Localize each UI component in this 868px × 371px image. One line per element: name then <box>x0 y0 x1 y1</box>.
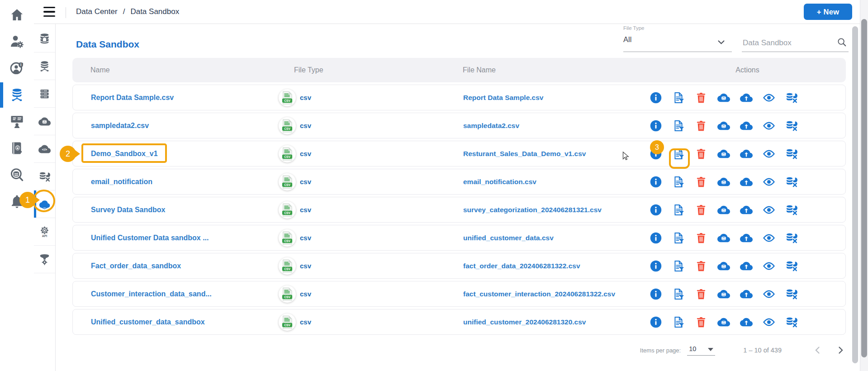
home-icon[interactable] <box>0 7 34 23</box>
row-file-name-link[interactable]: email_notification.csv <box>460 178 650 186</box>
preview-icon[interactable] <box>763 288 775 300</box>
row-name-link[interactable]: Fact_order_data_sandbox <box>73 262 279 270</box>
row-file-name-link[interactable]: survey_categorization_202406281321.csv <box>460 206 650 214</box>
user-privacy-icon[interactable] <box>0 61 34 76</box>
cloud-database-icon[interactable] <box>717 204 730 216</box>
data-sync-remove-icon[interactable] <box>785 288 798 300</box>
row-name-link[interactable]: Unified Customer Data sandbox ... <box>73 234 279 242</box>
file-filter-icon[interactable] <box>672 232 685 244</box>
table-scrollbar[interactable] <box>852 26 858 363</box>
preview-icon[interactable] <box>763 176 775 188</box>
row-name-link[interactable]: email_notification <box>73 178 279 186</box>
cloud-data-code-icon[interactable] <box>34 135 55 163</box>
delete-icon[interactable] <box>695 316 707 328</box>
row-name-link[interactable]: sampledata2.csv <box>73 122 279 130</box>
file-filter-icon[interactable] <box>672 288 685 300</box>
database-connections-icon[interactable] <box>34 52 55 80</box>
row-file-name-link[interactable]: fact_customer_interaction_202406281322.c… <box>460 290 650 298</box>
cloud-database-icon[interactable] <box>717 316 730 328</box>
training-board-icon[interactable] <box>0 114 34 129</box>
row-name-link[interactable]: Report Data Sample.csv <box>73 94 279 102</box>
preview-icon[interactable] <box>763 204 775 216</box>
row-file-name-link[interactable]: Report Data Sample.csv <box>460 94 650 102</box>
search-input[interactable] <box>742 38 834 48</box>
cloud-database-icon[interactable] <box>34 108 55 135</box>
data-sync-remove-icon[interactable] <box>785 147 798 160</box>
table-row[interactable]: Customer_interaction_data_sand... csv fa… <box>72 281 846 307</box>
file-filter-icon[interactable] <box>672 91 685 104</box>
table-row[interactable]: sampledata2.csv csv sampledata2.csv <box>72 113 846 138</box>
cloud-upload-icon[interactable] <box>740 91 753 104</box>
row-file-name-link[interactable]: unified_customer_202406281320.csv <box>460 318 650 326</box>
data-sync-remove-icon[interactable] <box>785 204 798 216</box>
cloud-upload-icon[interactable] <box>740 176 753 188</box>
table-row[interactable]: email_notification csv email_notificatio… <box>72 169 846 195</box>
cloud-database-icon[interactable] <box>717 176 730 188</box>
delete-icon[interactable] <box>695 176 707 188</box>
data-sync-remove-icon[interactable] <box>785 316 798 328</box>
file-filter-icon[interactable] <box>672 260 685 272</box>
cloud-upload-icon[interactable] <box>740 260 753 272</box>
delete-icon[interactable] <box>695 288 707 300</box>
preview-icon[interactable] <box>763 91 775 104</box>
info-icon[interactable] <box>650 288 662 300</box>
next-page-button[interactable] <box>835 345 846 356</box>
table-row[interactable]: Survey Data Sandbox csv survey_categoriz… <box>72 197 846 223</box>
file-filter-icon[interactable] <box>672 204 685 216</box>
info-icon[interactable] <box>650 260 662 272</box>
delete-icon[interactable] <box>695 147 707 160</box>
row-name-link[interactable]: Customer_interaction_data_sand... <box>73 290 279 298</box>
database-network-icon[interactable] <box>0 87 34 103</box>
new-button[interactable]: + New <box>804 4 852 20</box>
preview-icon[interactable] <box>763 147 775 160</box>
cloud-database-icon[interactable] <box>717 91 730 104</box>
info-icon[interactable] <box>650 176 662 188</box>
row-name-link[interactable]: Unified_customer_data_sandbox <box>73 318 279 326</box>
search-icon[interactable] <box>837 37 847 47</box>
table-row[interactable]: Demo_Sandbox_v1 csv Resturant_Sales_Data… <box>72 141 846 166</box>
delete-icon[interactable] <box>695 232 707 244</box>
data-sync-remove-icon[interactable] <box>785 91 798 104</box>
file-filter-icon[interactable] <box>672 176 685 188</box>
cloud-upload-icon[interactable] <box>740 232 753 244</box>
items-per-page-select[interactable]: 10 <box>687 345 715 356</box>
cloud-database-icon[interactable] <box>717 260 730 272</box>
row-file-name-link[interactable]: fact_order_data_202406281322.csv <box>460 262 650 270</box>
data-sync-remove-icon[interactable] <box>785 232 798 244</box>
cloud-upload-icon[interactable] <box>740 288 753 300</box>
row-file-name-link[interactable]: unified_customer_data.csv <box>460 234 650 242</box>
table-row[interactable]: Fact_order_data_sandbox csv fact_order_d… <box>72 253 846 279</box>
cloud-upload-icon[interactable] <box>740 147 753 160</box>
preview-icon[interactable] <box>763 119 775 132</box>
database-search-icon[interactable] <box>0 167 34 183</box>
file-filter-icon[interactable] <box>672 119 685 132</box>
cloud-database-icon[interactable] <box>717 288 730 300</box>
file-filter-icon[interactable] <box>672 316 685 328</box>
data-warehouse-icon[interactable] <box>34 25 55 52</box>
row-file-name-link[interactable]: sampledata2.csv <box>460 122 650 130</box>
row-name-link[interactable]: Survey Data Sandbox <box>73 206 279 214</box>
cloud-database-icon[interactable] <box>717 232 730 244</box>
scrollbar-thumb[interactable] <box>861 19 867 357</box>
data-sync-remove-icon[interactable] <box>785 260 798 272</box>
info-icon[interactable] <box>650 91 662 104</box>
delete-icon[interactable] <box>695 119 707 132</box>
window-scrollbar[interactable] <box>860 0 868 371</box>
delete-icon[interactable] <box>695 91 707 104</box>
info-icon[interactable] <box>650 232 662 244</box>
info-icon[interactable] <box>650 316 662 328</box>
table-row[interactable]: Unified_customer_data_sandbox csv unifie… <box>72 309 846 335</box>
cloud-upload-icon[interactable] <box>740 119 753 132</box>
table-row[interactable]: Unified Customer Data sandbox ... csv un… <box>72 225 846 251</box>
chevron-down-icon[interactable] <box>718 40 725 44</box>
preview-icon[interactable] <box>763 232 775 244</box>
info-icon[interactable] <box>650 119 662 132</box>
user-settings-icon[interactable] <box>0 34 34 49</box>
delete-icon[interactable] <box>695 260 707 272</box>
cloud-database-icon[interactable] <box>717 147 730 160</box>
data-sync-remove-icon[interactable] <box>785 176 798 188</box>
data-transform-icon[interactable] <box>34 163 55 190</box>
cloud-upload-icon[interactable] <box>740 204 753 216</box>
menu-icon[interactable] <box>43 7 55 17</box>
data-funnel-icon[interactable] <box>34 246 55 273</box>
